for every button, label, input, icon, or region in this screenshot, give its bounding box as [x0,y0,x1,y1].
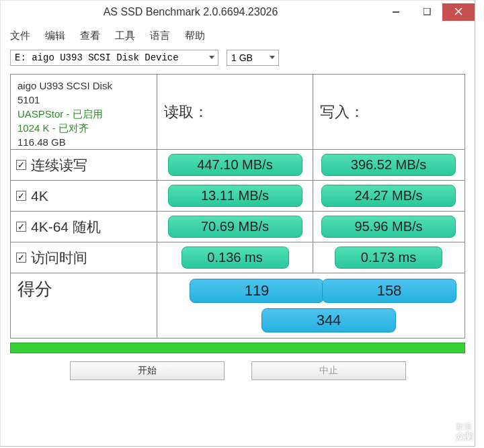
4k-write: 24.27 MB/s [321,185,456,207]
watermark-line1: 新浪 [456,422,473,431]
progress-bar [10,343,465,353]
access-read: 0.136 ms [182,247,289,269]
label-4k64: 4K-64 随机 [31,218,101,236]
row-score: 得分 119 158 344 [11,273,465,338]
score-values: 119 158 344 [157,273,465,338]
row-4k: ✓ 4K 13.11 MB/s 24.27 MB/s [11,181,465,212]
header-row: aigo U393 SCSI Disk 5101 UASPStor - 已启用 … [11,75,465,150]
4k64-write: 95.96 MB/s [321,216,456,238]
menu-language[interactable]: 语言 [150,30,170,42]
window-controls [380,3,475,21]
4k-read: 13.11 MB/s [168,185,302,207]
score-label: 得分 [11,273,157,338]
minimize-icon [393,8,400,15]
checkbox-4k[interactable]: ✓ [16,191,26,201]
device-name: aigo U393 SCSI Disk [17,79,112,93]
score-write: 158 [322,279,456,303]
abort-button: 中止 [251,361,406,380]
checkbox-access[interactable]: ✓ [16,253,26,263]
maximize-button[interactable] [411,3,442,21]
menu-file[interactable]: 文件 [10,30,30,42]
close-icon [455,8,462,15]
write-header: 写入： [313,75,464,149]
button-row: 开始 中止 [10,361,465,380]
checkbox-4k64[interactable]: ✓ [16,222,26,232]
drive-select[interactable]: E: aigo U393 SCSI Disk Device [10,50,218,66]
size-select[interactable]: 1 GB [227,50,279,66]
alignment-status: 1024 K - 已对齐 [17,121,89,135]
access-write: 0.173 ms [335,247,442,269]
seq-write: 396.52 MB/s [321,154,456,176]
close-button[interactable] [442,3,475,21]
window-title: AS SSD Benchmark 2.0.6694.23026 [1,6,380,18]
svg-rect-0 [393,11,399,13]
label-4k: 4K [31,188,48,204]
row-4k64: ✓ 4K-64 随机 70.69 MB/s 95.96 MB/s [11,212,465,242]
row-access: ✓ 访问时间 0.136 ms 0.173 ms [11,242,465,273]
checkbox-seq[interactable]: ✓ [16,160,26,170]
menubar: 文件 编辑 查看 工具 语言 帮助 [1,26,475,46]
watermark: 新浪 众测 [456,422,473,442]
device-info: aigo U393 SCSI Disk 5101 UASPStor - 已启用 … [11,75,157,149]
seq-read: 447.10 MB/s [168,154,302,176]
titlebar: AS SSD Benchmark 2.0.6694.23026 [1,1,475,23]
menu-view[interactable]: 查看 [80,30,100,42]
score-total: 344 [261,308,396,332]
start-button[interactable]: 开始 [70,361,225,380]
watermark-line2: 众测 [456,431,473,442]
firmware: 5101 [17,93,40,107]
score-read: 119 [190,279,324,303]
control-row: E: aigo U393 SCSI Disk Device 1 GB [1,46,475,70]
label-access: 访问时间 [31,249,87,267]
results-table: aigo U393 SCSI Disk 5101 UASPStor - 已启用 … [10,74,465,339]
label-seq: 连续读写 [31,156,87,175]
menu-tools[interactable]: 工具 [115,30,135,42]
app-window: AS SSD Benchmark 2.0.6694.23026 文件 编辑 查看… [0,0,475,447]
row-seq: ✓ 连续读写 447.10 MB/s 396.52 MB/s [11,150,465,181]
capacity: 116.48 GB [17,135,66,149]
menu-edit[interactable]: 编辑 [45,30,65,42]
svg-rect-1 [424,8,430,15]
menu-help[interactable]: 帮助 [185,30,205,42]
read-header: 读取： [157,75,313,149]
4k64-read: 70.69 MB/s [168,216,302,238]
minimize-button[interactable] [380,3,411,21]
uasp-status: UASPStor - 已启用 [17,107,103,121]
maximize-icon [424,8,431,15]
